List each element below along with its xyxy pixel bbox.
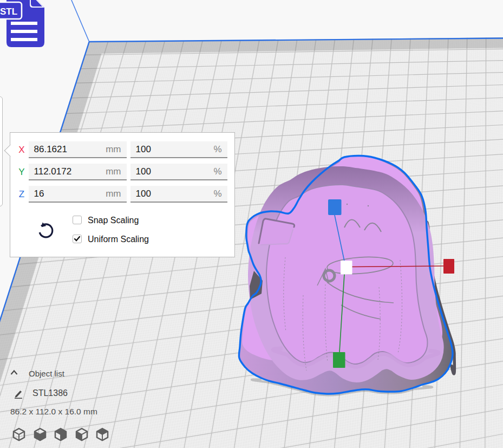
scale-x-percent-value: 100 bbox=[136, 141, 151, 157]
view-top-button[interactable] bbox=[54, 427, 68, 441]
scale-y-percent-field[interactable]: 100 % bbox=[130, 164, 227, 180]
badge-label: STL bbox=[0, 7, 17, 17]
axis-label-z: Z bbox=[17, 186, 27, 203]
scale-z-mm-value: 16 bbox=[34, 186, 44, 202]
scale-z-percent-value: 100 bbox=[136, 186, 151, 202]
object-name[interactable]: STL1386 bbox=[32, 388, 68, 398]
view-left-button[interactable] bbox=[75, 427, 89, 441]
scale-x-percent-unit: % bbox=[213, 141, 221, 157]
reset-scale-button[interactable] bbox=[36, 221, 55, 241]
view-3d-button[interactable] bbox=[12, 427, 26, 441]
view-front-button[interactable] bbox=[33, 427, 47, 441]
axis-label-y: Y bbox=[17, 164, 27, 180]
scale-z-percent-unit: % bbox=[213, 186, 221, 202]
object-dimensions: 86.2 x 112.0 x 16.0 mm bbox=[10, 407, 97, 417]
scale-handle-x[interactable] bbox=[443, 259, 454, 274]
snap-scaling-label: Snap Scaling bbox=[88, 216, 139, 225]
chevron-up-icon[interactable] bbox=[10, 369, 18, 376]
scale-y-mm-field[interactable]: 112.0172 mm bbox=[29, 164, 127, 180]
scale-handle-center[interactable] bbox=[341, 261, 352, 275]
scale-row-y: Y 112.0172 mm 100 % bbox=[10, 164, 234, 181]
scale-y-mm-value: 112.0172 bbox=[34, 164, 72, 179]
scale-x-mm-field[interactable]: 86.1621 mm bbox=[29, 141, 127, 158]
scale-handle-z[interactable] bbox=[328, 199, 342, 215]
scale-y-mm-unit: mm bbox=[106, 164, 121, 179]
stl-file-icon: STL bbox=[0, 0, 54, 55]
tab-slot bbox=[258, 219, 295, 245]
scale-row-x: X 86.1621 mm 100 % bbox=[10, 141, 234, 159]
uniform-scaling-label: Uniform Scaling bbox=[88, 235, 149, 244]
scale-y-percent-unit: % bbox=[213, 164, 221, 179]
scale-handle-y[interactable] bbox=[333, 352, 345, 368]
scale-x-percent-field[interactable]: 100 % bbox=[130, 141, 227, 158]
buildvolume-vertical-edge bbox=[71, 0, 89, 42]
view-right-button[interactable] bbox=[95, 427, 109, 441]
application-window: STL X 86.1621 mm 100 % Y 112.0172 mm bbox=[0, 0, 503, 448]
edit-pencil-icon[interactable] bbox=[13, 389, 24, 399]
scale-x-mm-unit: mm bbox=[106, 141, 121, 157]
scale-x-mm-value: 86.1621 bbox=[34, 141, 67, 157]
snap-scaling-checkbox[interactable] bbox=[73, 216, 82, 224]
object-list-title[interactable]: Object list bbox=[29, 369, 64, 378]
tool-toolbar-edge bbox=[0, 96, 3, 206]
uniform-scaling-checkbox[interactable] bbox=[73, 235, 82, 243]
scale-tool-panel: X 86.1621 mm 100 % Y 112.0172 mm 100 % Z bbox=[10, 132, 235, 257]
reset-arrow-icon bbox=[36, 221, 55, 241]
scale-z-mm-unit: mm bbox=[106, 186, 121, 202]
axis-label-x: X bbox=[17, 141, 27, 158]
scale-y-percent-value: 100 bbox=[136, 164, 151, 179]
scale-z-percent-field[interactable]: 100 % bbox=[130, 186, 227, 203]
scale-row-z: Z 16 mm 100 % bbox=[10, 186, 234, 203]
scale-z-mm-field[interactable]: 16 mm bbox=[29, 186, 127, 203]
